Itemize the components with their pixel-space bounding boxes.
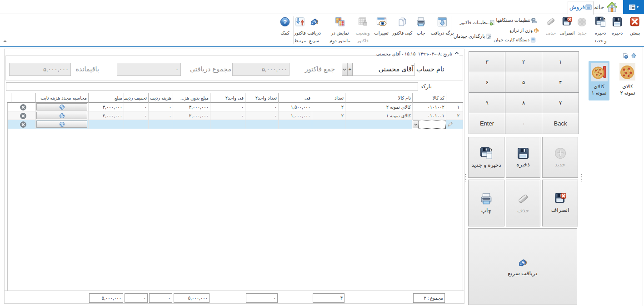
svg-text:?: ? xyxy=(283,19,287,25)
